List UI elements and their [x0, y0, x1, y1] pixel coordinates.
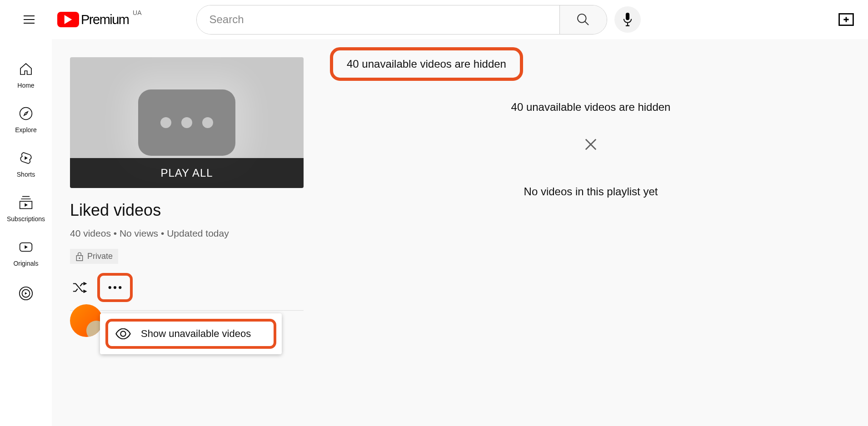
logo[interactable]: Premium UA	[57, 12, 129, 27]
nav-label: Subscriptions	[7, 215, 45, 223]
hamburger-icon	[22, 12, 36, 27]
subscriptions-icon	[19, 195, 33, 210]
nav-shorts[interactable]: Shorts	[0, 142, 52, 186]
more-actions-button[interactable]	[97, 273, 133, 302]
nav-subscriptions[interactable]: Subscriptions	[0, 186, 52, 231]
nav-home[interactable]: Home	[0, 53, 52, 97]
svg-point-3	[20, 108, 32, 120]
youtube-play-icon	[57, 12, 79, 27]
originals-icon	[19, 240, 33, 254]
divider	[70, 310, 304, 311]
nav-label: Shorts	[17, 171, 35, 178]
placeholder-icon	[138, 89, 235, 156]
unavailable-banner: 40 unavailable videos are hidden	[332, 101, 850, 114]
svg-rect-1	[625, 13, 629, 20]
microphone-icon	[622, 13, 633, 26]
video-list-pane: 40 unavailable videos are hidden 40 unav…	[323, 57, 850, 408]
nav-label: Originals	[13, 260, 38, 267]
hamburger-menu-button[interactable]	[18, 9, 40, 30]
empty-playlist-message: No videos in this playlist yet	[332, 185, 850, 198]
svg-point-10	[109, 286, 111, 289]
content: Home Explore Shorts Subscriptions Origin…	[0, 39, 868, 426]
compass-icon	[19, 106, 33, 121]
voice-search-button[interactable]	[614, 6, 641, 33]
playlist-actions	[70, 273, 323, 302]
svg-point-12	[119, 286, 121, 289]
main: PLAY ALL Liked videos 40 videos • No vie…	[52, 39, 868, 426]
nav-more[interactable]	[0, 275, 52, 314]
header: Premium UA	[0, 0, 868, 39]
unavailable-callout-highlight: 40 unavailable videos are hidden	[330, 47, 523, 81]
svg-point-0	[578, 14, 586, 23]
search-icon	[576, 12, 590, 27]
svg-point-9	[79, 257, 80, 258]
search-input[interactable]	[197, 5, 559, 34]
dismiss-banner-button[interactable]	[582, 135, 600, 154]
menuitem-label: Show unavailable videos	[141, 328, 251, 340]
play-all-button[interactable]: PLAY ALL	[70, 158, 304, 188]
svg-point-11	[114, 286, 116, 289]
search-box	[196, 5, 607, 35]
shorts-icon	[19, 151, 33, 165]
search-button[interactable]	[559, 5, 607, 34]
eye-icon	[115, 328, 131, 339]
show-unavailable-menuitem[interactable]: Show unavailable videos	[105, 319, 276, 349]
playlist-thumbnail[interactable]: PLAY ALL	[70, 57, 304, 188]
create-button[interactable]	[835, 9, 857, 30]
owner-avatar[interactable]	[70, 304, 103, 337]
svg-point-13	[120, 331, 125, 336]
nav-originals[interactable]: Originals	[0, 231, 52, 275]
playlist-meta: 40 videos • No views • Updated today	[70, 228, 323, 239]
nav-label: Explore	[15, 126, 36, 134]
more-horizontal-icon	[108, 286, 122, 289]
privacy-label: Private	[87, 252, 113, 261]
logo-text: Premium	[81, 12, 129, 27]
originals-circle-icon	[18, 286, 34, 301]
create-plus-icon	[838, 13, 854, 26]
playlist-panel: PLAY ALL Liked videos 40 videos • No vie…	[70, 57, 323, 408]
more-actions-menu: Show unavailable videos	[100, 313, 282, 354]
shuffle-button[interactable]	[70, 278, 89, 297]
privacy-chip[interactable]: Private	[70, 249, 118, 264]
sidebar: Home Explore Shorts Subscriptions Origin…	[0, 39, 52, 426]
close-icon	[584, 138, 597, 151]
nav-explore[interactable]: Explore	[0, 97, 52, 142]
shuffle-icon	[72, 281, 87, 294]
home-icon	[19, 62, 33, 76]
lock-icon	[75, 252, 84, 261]
logo-region-badge: UA	[133, 9, 141, 16]
nav-label: Home	[17, 82, 34, 89]
playlist-title: Liked videos	[70, 201, 323, 220]
